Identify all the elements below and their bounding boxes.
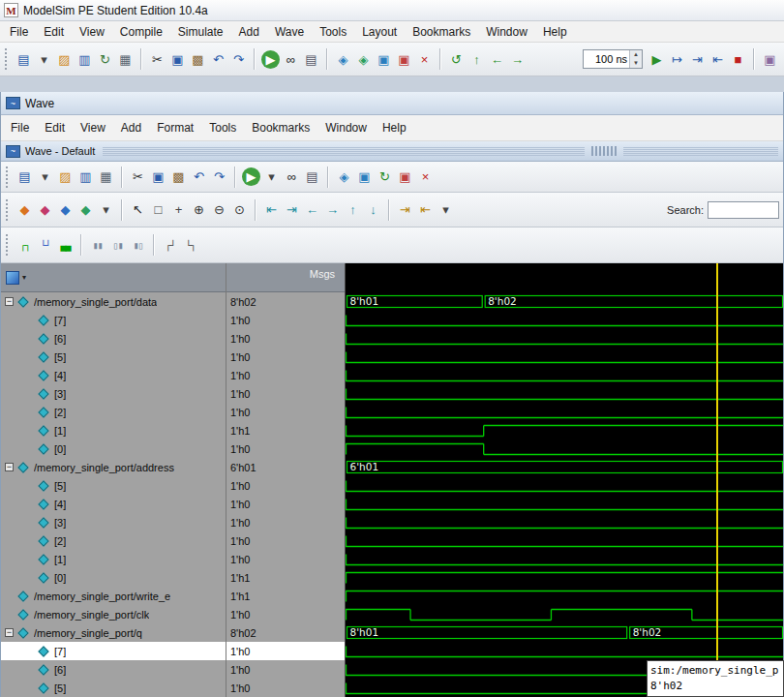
save-icon[interactable]: ▥ <box>76 167 95 186</box>
print-icon[interactable]: ▦ <box>97 167 115 186</box>
pan-mode-icon[interactable]: + <box>169 200 188 219</box>
menu-edit[interactable]: Edit <box>36 21 72 43</box>
paste-icon[interactable]: ▩ <box>169 167 188 186</box>
wave-menu-view[interactable]: View <box>73 117 113 138</box>
cut-icon[interactable]: ✂ <box>129 167 147 186</box>
previous-transition-icon[interactable]: ⇤ <box>262 200 281 219</box>
wave-titlebar[interactable]: ~ Wave <box>1 92 783 115</box>
grid-mode-b-icon[interactable]: ▯▮ <box>108 236 127 255</box>
simulate-icon[interactable]: ▣ <box>355 167 374 186</box>
restart-icon[interactable]: ↺ <box>447 50 466 69</box>
zoom-full-icon[interactable]: ⊙ <box>230 200 249 219</box>
next-transition-icon[interactable]: ⇥ <box>283 200 301 219</box>
signal-row[interactable]: /memory_single_port/write_e <box>1 587 226 605</box>
wave-menu-bookmarks[interactable]: Bookmarks <box>244 117 317 138</box>
add-to-dataflow-icon[interactable]: ◆ <box>76 200 95 219</box>
paste-icon[interactable]: ▩ <box>189 50 207 69</box>
menu-add[interactable]: Add <box>231 21 267 43</box>
undo-icon[interactable]: ↶ <box>209 50 227 69</box>
save-icon[interactable]: ▥ <box>75 50 94 69</box>
add-to-log-icon[interactable]: ◆ <box>56 200 75 219</box>
wave-menu-format[interactable]: Format <box>149 117 201 138</box>
msgs-column-header[interactable]: Msgs <box>226 263 345 292</box>
run-length-value[interactable]: 100 ns <box>584 53 629 65</box>
signal-row[interactable]: −/memory_single_port/address <box>1 458 226 476</box>
previous-rising-edge-icon[interactable]: ↑ <box>344 200 362 219</box>
menu-view[interactable]: View <box>72 21 112 43</box>
stop-request-icon[interactable]: × <box>415 50 434 69</box>
menu-simulate[interactable]: Simulate <box>170 21 231 43</box>
run-icon[interactable]: ▶ <box>648 50 666 69</box>
grid-mode-a-icon[interactable]: ▮▮ <box>88 236 106 255</box>
wave-menu-window[interactable]: Window <box>317 117 375 138</box>
signal-row[interactable]: [7] <box>1 642 226 660</box>
signal-row[interactable]: [0] <box>1 568 226 587</box>
redo-icon[interactable]: ↷ <box>229 50 248 69</box>
waveform-canvas[interactable]: 8'h018'h026'h018'h018'h02 <box>345 263 783 697</box>
wave-group-icon[interactable] <box>6 271 19 285</box>
event-step-down-icon[interactable]: └┐ <box>181 236 199 255</box>
break-icon[interactable]: ▣ <box>395 50 413 69</box>
redo-icon[interactable]: ↷ <box>210 167 228 186</box>
zoom-in-icon[interactable]: ⊕ <box>190 200 208 219</box>
wave-menu-help[interactable]: Help <box>375 117 414 138</box>
add-to-list-icon[interactable]: ◆ <box>36 200 54 219</box>
reload-icon[interactable]: ↻ <box>96 50 114 69</box>
signal-row[interactable]: [2] <box>1 531 226 550</box>
event-step-up-icon[interactable]: ┌┘ <box>161 236 179 255</box>
step-over-icon[interactable]: ⇤ <box>709 50 727 69</box>
signal-row[interactable]: [5] <box>1 476 226 495</box>
signal-row[interactable]: [2] <box>1 403 226 421</box>
open-folder-icon[interactable]: ▨ <box>56 167 75 186</box>
cursor-options-dropdown-icon[interactable]: ▾ <box>437 200 455 219</box>
menu-compile[interactable]: Compile <box>112 21 170 43</box>
menu-wave[interactable]: Wave <box>267 21 312 43</box>
signal-row[interactable]: [6] <box>1 329 226 348</box>
step-icon[interactable]: ⇥ <box>688 50 707 69</box>
compile-icon[interactable]: ◈ <box>334 50 352 69</box>
next-rising-edge-icon[interactable]: ↓ <box>364 200 382 219</box>
find-options-icon[interactable]: ▤ <box>303 167 321 186</box>
cut-icon[interactable]: ✂ <box>148 50 166 69</box>
add-dropdown-icon[interactable]: ▾ <box>97 200 115 219</box>
zoom-out-icon[interactable]: ⊖ <box>210 200 228 219</box>
run-length-spinner[interactable]: ▲ ▼ <box>629 50 642 68</box>
menu-window[interactable]: Window <box>478 21 535 43</box>
wave-menu-tools[interactable]: Tools <box>201 117 244 138</box>
menu-tools[interactable]: Tools <box>312 21 354 43</box>
break-icon[interactable]: ▣ <box>396 167 414 186</box>
wave-pane-header[interactable]: ~ Wave - Default <box>1 141 783 162</box>
continue-run-icon[interactable]: ↦ <box>668 50 686 69</box>
previous-falling-edge-icon[interactable]: ← <box>303 200 321 219</box>
toolbar-grip[interactable] <box>6 199 11 221</box>
wave-menu-file[interactable]: File <box>3 117 37 138</box>
delete-cursor-icon[interactable]: ⇤ <box>416 200 435 219</box>
find-icon[interactable]: ∞ <box>282 50 300 69</box>
signal-row[interactable]: [5] <box>1 348 226 366</box>
signal-row[interactable]: −/memory_single_port/data <box>1 292 226 311</box>
names-column-header[interactable]: ▾ <box>1 263 226 292</box>
environment-forward-icon[interactable]: → <box>508 50 527 69</box>
signal-row[interactable]: −/memory_single_port/q <box>1 623 226 642</box>
toggle-full-names-icon[interactable]: └┘ <box>36 236 54 255</box>
new-file-icon[interactable]: ▤ <box>15 50 33 69</box>
search-input[interactable] <box>708 201 779 219</box>
signal-row[interactable]: [1] <box>1 550 226 568</box>
run-dropdown-icon[interactable]: ▾ <box>262 167 281 186</box>
open-folder-icon[interactable]: ▨ <box>55 50 74 69</box>
run-circle-icon[interactable]: ▶ <box>261 50 280 69</box>
toolbar-grip[interactable] <box>5 48 10 70</box>
toolbar-grip[interactable] <box>6 234 11 256</box>
signal-row[interactable]: [4] <box>1 366 226 384</box>
copy-icon[interactable]: ▣ <box>149 167 167 186</box>
compile-icon[interactable]: ◈ <box>335 167 353 186</box>
time-cursor[interactable] <box>716 263 718 697</box>
environment-up-icon[interactable]: ↑ <box>467 50 486 69</box>
simulate-icon[interactable]: ▣ <box>375 50 393 69</box>
signal-row[interactable]: [3] <box>1 513 226 531</box>
wave-menu-edit[interactable]: Edit <box>37 117 73 138</box>
insert-cursor-icon[interactable]: ⇥ <box>396 200 414 219</box>
add-to-wave-icon[interactable]: ◆ <box>15 200 34 219</box>
zoom-mode-icon[interactable]: □ <box>149 200 167 219</box>
environment-back-icon[interactable]: ← <box>488 50 506 69</box>
